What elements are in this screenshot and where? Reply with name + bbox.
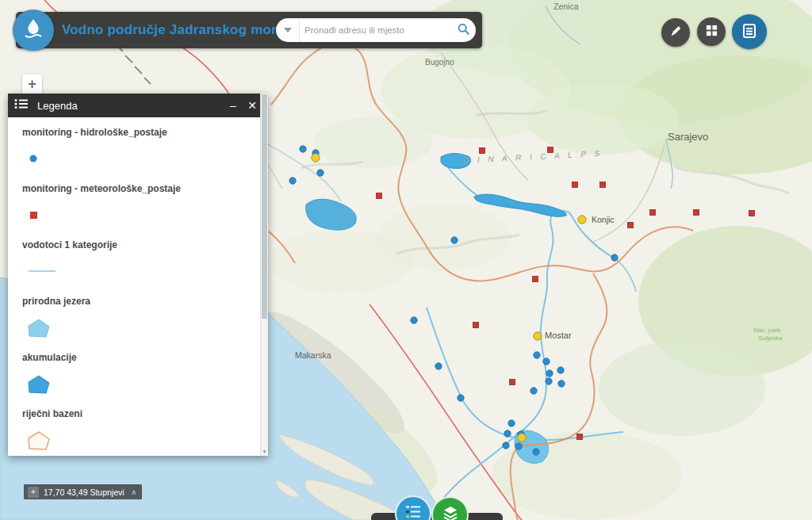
map-place-label: Nac. park (753, 327, 781, 334)
legend-item-label: akumulacije (22, 352, 257, 364)
search-button[interactable] (450, 18, 476, 42)
legend-scrollbar: ▾ (260, 94, 268, 456)
city-marker[interactable] (312, 154, 320, 162)
map-place-label: Zenica (553, 2, 579, 11)
meteo-station-marker[interactable] (510, 380, 515, 385)
meteo-station-marker[interactable] (650, 210, 656, 216)
map-place-label: Konjic (592, 215, 615, 224)
map-place-label: Mostar (545, 331, 572, 340)
scrollbar-down-arrow[interactable]: ▾ (261, 448, 268, 456)
legend-minimize-button[interactable]: – (224, 96, 243, 115)
zoom-in-button[interactable]: + (22, 75, 42, 94)
point-blue-swatch (22, 148, 257, 169)
search-source-dropdown[interactable] (276, 18, 300, 42)
legend-close-button[interactable]: ✕ (243, 96, 262, 115)
layer-list-icon (741, 23, 757, 41)
meteo-station-marker[interactable] (628, 223, 634, 228)
legend-item-label: monitoring - hidrološke_postaje (22, 127, 257, 139)
polygon-blue-swatch (22, 373, 257, 394)
legend-item-label: prirodna jezera (22, 296, 257, 308)
crosshair-icon: + (31, 488, 36, 496)
legend-body: monitoring - hidrološke_postaje monitori… (8, 117, 268, 456)
grid-icon (706, 25, 718, 39)
legend-item-5: riječni bazeni (22, 408, 257, 450)
water-drop-icon (21, 17, 45, 44)
search-input[interactable] (300, 25, 450, 35)
hydro-station-marker[interactable] (611, 254, 618, 261)
hydro-station-marker[interactable] (533, 449, 539, 455)
meteo-station-marker[interactable] (573, 182, 578, 188)
coordinate-value: 17,70 43,49 Stupnjevi (44, 488, 124, 497)
legend-item-3: prirodna jezera (22, 296, 257, 338)
app-title: Vodno područje Jadranskog mora (62, 22, 285, 38)
hydro-station-marker[interactable] (543, 358, 550, 365)
chevron-down-icon (284, 28, 292, 32)
hydro-station-marker[interactable] (411, 317, 417, 323)
meteo-station-marker[interactable] (480, 148, 485, 154)
meteo-station-marker[interactable] (377, 193, 382, 199)
city-marker[interactable] (518, 434, 526, 442)
search-icon (457, 22, 470, 38)
chevron-up-icon: ∧ (132, 488, 137, 496)
hydro-station-marker[interactable] (435, 363, 442, 369)
hydro-station-marker[interactable] (503, 442, 509, 449)
hydro-station-marker[interactable] (317, 170, 324, 176)
hydro-station-marker[interactable] (300, 146, 306, 152)
app-logo (13, 10, 54, 51)
draw-button[interactable] (661, 18, 690, 47)
mini-legend-icon (405, 504, 421, 520)
legend-item-1: monitoring - meteorološke_postaje (22, 183, 257, 225)
layer-list-button[interactable] (732, 14, 767, 49)
city-marker[interactable] (534, 332, 542, 340)
hydro-station-marker[interactable] (289, 178, 296, 184)
hydro-station-marker[interactable] (504, 430, 511, 437)
map-place-label: Sutjeska (758, 335, 783, 342)
legend-item-4: akumulacije (22, 352, 257, 394)
hydro-station-marker[interactable] (546, 370, 553, 377)
meteo-station-marker[interactable] (694, 210, 699, 216)
square-red-swatch (22, 205, 257, 225)
meteo-station-marker[interactable] (577, 434, 583, 440)
hydro-station-marker[interactable] (458, 395, 464, 401)
city-marker[interactable] (578, 216, 586, 224)
legend-item-label: monitoring - meteorološke_postaje (22, 183, 257, 195)
meteo-station-marker[interactable] (533, 277, 538, 282)
map-place-label: Makarska (295, 350, 331, 360)
legend-list-icon (14, 98, 28, 113)
legend-item-2: vodotoci 1 kategorije (22, 239, 257, 281)
coordinate-collapse-button[interactable]: ∧ (130, 488, 139, 496)
search-box (276, 18, 476, 42)
legend-item-0: monitoring - hidrološke_postaje (22, 127, 257, 169)
hydro-station-marker[interactable] (558, 380, 565, 387)
basemap-gallery-button[interactable] (697, 17, 726, 46)
pencil-icon (669, 25, 682, 40)
hydro-station-marker[interactable] (530, 388, 537, 394)
legend-item-label: vodotoci 1 kategorije (22, 239, 257, 251)
hydro-station-marker[interactable] (508, 420, 515, 426)
locate-button[interactable]: + (28, 487, 39, 498)
legend-scrollbar-thumb[interactable] (262, 94, 267, 319)
layers-icon (441, 504, 460, 520)
legend-panel: Legenda – ✕ monitoring - hidrološke_post… (8, 94, 268, 456)
hydro-station-marker[interactable] (515, 443, 522, 449)
polygon-outline-orange-swatch (22, 430, 257, 450)
hydro-station-marker[interactable] (534, 352, 540, 358)
meteo-station-marker[interactable] (600, 182, 606, 188)
header-bar: Vodno područje Jadranskog mora (16, 12, 482, 48)
map-place-label: Sarajevo (668, 131, 708, 143)
line-lightblue-swatch (22, 261, 257, 281)
legend-title: Legenda (37, 100, 224, 112)
hydro-station-marker[interactable] (546, 378, 552, 384)
hydro-station-marker[interactable] (557, 367, 564, 373)
hydro-station-marker[interactable] (451, 237, 458, 243)
legend-item-label: riječni bazeni (22, 408, 257, 420)
map-place-label: Bugojno (425, 58, 454, 67)
legend-header: Legenda – ✕ (8, 94, 268, 117)
meteo-station-marker[interactable] (749, 211, 755, 216)
polygon-lightblue-swatch (22, 317, 257, 338)
coordinate-widget: + 17,70 43,49 Stupnjevi ∧ (24, 484, 142, 499)
meteo-station-marker[interactable] (473, 323, 479, 328)
